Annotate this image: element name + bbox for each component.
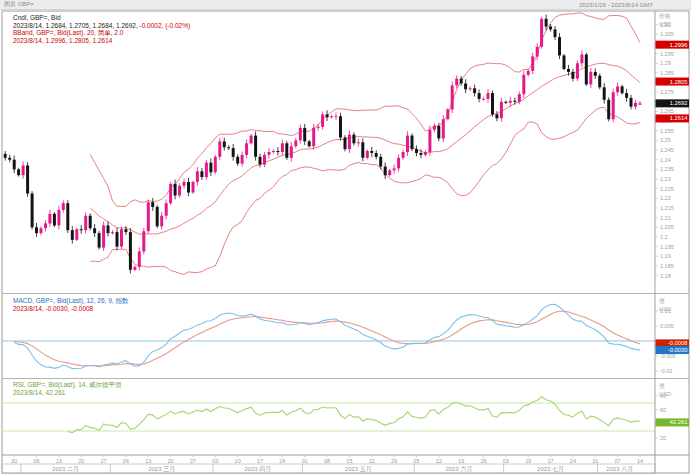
rsi-axis-unit: USD xyxy=(659,391,671,397)
x-axis-month-label: 2023 七月 xyxy=(537,466,564,473)
candle-body xyxy=(402,152,405,158)
legend-cndl-ohlc: 2023/8/14, 1.2684, 1.2705, 1.2684, 1.269… xyxy=(13,22,138,29)
candle-body xyxy=(308,141,311,146)
candle-body xyxy=(442,119,445,138)
candle-body xyxy=(57,210,60,225)
candle-body xyxy=(478,93,481,99)
candle-body xyxy=(75,229,78,240)
x-axis-day-label: 27 xyxy=(190,458,196,464)
candle-body xyxy=(451,85,454,109)
x-axis-day-label: 27 xyxy=(101,458,107,464)
price-tick-label: 1.215 xyxy=(660,205,674,211)
legend-rsi-title: RSI, GBP=, Bid(Last), 14, 威尔德平滑 xyxy=(13,381,122,389)
x-axis-day-label: 30 xyxy=(11,458,17,464)
candle-body xyxy=(268,152,271,155)
price-tick-label: 1.295 xyxy=(660,51,674,57)
candle-body xyxy=(531,56,534,71)
price-tick-label: 1.265 xyxy=(660,108,674,114)
candle-body xyxy=(344,138,347,150)
x-axis-day-label: 12 xyxy=(436,458,442,464)
candle-body xyxy=(504,102,507,103)
price-tick-label: 1.205 xyxy=(660,224,674,230)
rsi-tick-label: 20 xyxy=(660,435,666,441)
candle-body xyxy=(545,19,548,27)
candle-body xyxy=(639,103,642,105)
price-tick-label: 1.29 xyxy=(660,60,671,66)
candle-body xyxy=(276,151,279,152)
price-tick-label: 1.19 xyxy=(660,253,671,259)
legend-macd-title: MACD, GBP=, Bid(Last), 12, 26, 9, 指数 xyxy=(13,297,128,305)
candle-body xyxy=(473,88,476,93)
x-axis-day-label: 06 xyxy=(123,458,129,464)
candle-body xyxy=(366,151,369,158)
macd-badge-value: -0.0008 xyxy=(668,340,688,346)
candle-body xyxy=(223,141,226,147)
candle-body xyxy=(379,157,382,167)
candle-body xyxy=(540,19,543,47)
x-axis-day-label: 19 xyxy=(458,458,464,464)
candle-body xyxy=(196,171,199,182)
candle-body xyxy=(35,227,38,233)
candle-body xyxy=(630,98,633,107)
legend-bband-title: BBand, GBP=, Bid(Last), 20, 简单, 2.0 xyxy=(13,29,190,37)
price-tick-label: 1.245 xyxy=(660,147,674,153)
candle-body xyxy=(571,72,574,79)
candle-body xyxy=(281,143,284,152)
candle-body xyxy=(393,168,396,170)
candle-body xyxy=(142,231,145,251)
candle-body xyxy=(4,154,7,158)
x-axis-month-label: 2023 四月 xyxy=(244,466,271,473)
candle-body xyxy=(419,153,422,155)
candle-body xyxy=(232,148,235,157)
x-axis-month-label: 2023 五月 xyxy=(345,466,372,473)
candle-body xyxy=(563,56,566,70)
x-axis-day-label: 22 xyxy=(369,458,375,464)
x-axis-day-label: 20 xyxy=(78,458,84,464)
candle-body xyxy=(209,163,212,173)
candle-body xyxy=(384,167,387,176)
candle-body xyxy=(576,63,579,78)
candle-body xyxy=(326,114,329,117)
candle-body xyxy=(151,202,154,207)
candle-body xyxy=(433,126,436,130)
main-chart-legend: Cndl, GBP=, Bid 2023/8/14, 1.2684, 1.270… xyxy=(13,14,190,44)
price-badge-value: 1.2996 xyxy=(670,42,688,48)
candle-body xyxy=(370,151,373,153)
macd-axis-title: 值 xyxy=(659,298,665,304)
candle-body xyxy=(603,87,606,100)
candle-body xyxy=(263,155,266,165)
legend-cndl-title: Cndl, GBP=, Bid xyxy=(13,14,190,22)
rsi-badge-value: 42.261 xyxy=(670,419,688,425)
x-axis-month-label: 2023 八月 xyxy=(606,466,633,473)
candle-body xyxy=(455,79,458,86)
rsi-tick-label: 60 xyxy=(660,407,666,413)
candle-body xyxy=(218,141,221,156)
candle-body xyxy=(174,184,177,196)
candle-body xyxy=(138,251,141,266)
candle-body xyxy=(93,228,96,233)
x-axis-day-label: 07 xyxy=(615,458,621,464)
macd-badge-value: -0.0030 xyxy=(668,347,688,353)
candle-body xyxy=(44,223,47,228)
price-badge-value: 1.2614 xyxy=(670,115,689,121)
candle-body xyxy=(48,214,51,224)
candle-body xyxy=(98,233,101,248)
candle-body xyxy=(80,229,83,230)
candle-body xyxy=(120,229,123,246)
candle-body xyxy=(205,163,208,178)
legend-cndl-change: -0.0002, (-0.02%) xyxy=(140,22,191,29)
candle-body xyxy=(500,102,503,118)
macd-legend: MACD, GBP=, Bid(Last), 12, 26, 9, 指数 202… xyxy=(13,297,128,312)
chart-canvas[interactable]: 1.311.3051.31.2951.291.2851.281.2751.271… xyxy=(0,0,691,474)
candle-body xyxy=(375,153,378,157)
candle-body xyxy=(200,171,203,177)
candle-body xyxy=(192,182,195,193)
price-tick-label: 1.18 xyxy=(660,273,671,279)
candle-body xyxy=(102,225,105,247)
macd-tick-label: -0.01 xyxy=(660,368,673,374)
macd-tick-label: 0.005 xyxy=(660,323,674,329)
candle-body xyxy=(299,128,302,140)
candle-body xyxy=(460,79,463,84)
price-badge-value: 1.2692 xyxy=(670,100,688,106)
candle-body xyxy=(62,203,65,210)
